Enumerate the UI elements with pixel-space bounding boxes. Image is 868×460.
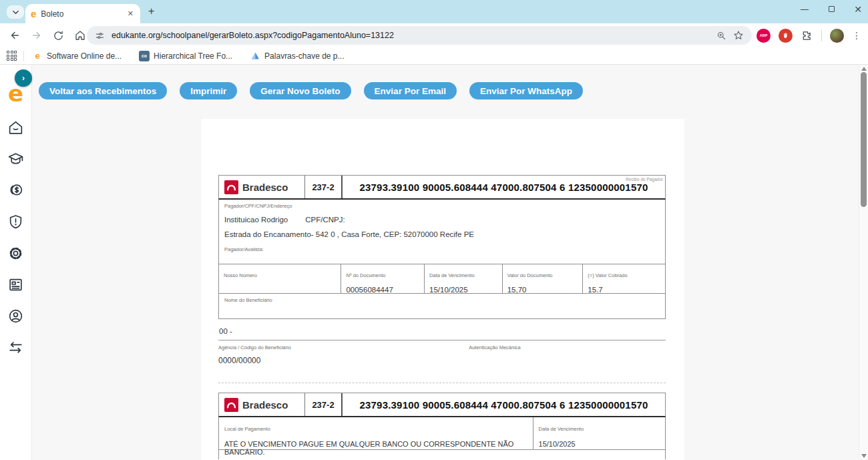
- edukante-favicon-icon: e: [31, 9, 36, 19]
- cut-line: [218, 383, 666, 383]
- auth-cell: Autenticação Mecânica: [469, 344, 521, 365]
- beneficiary-box: Nome do Beneficiário: [218, 294, 666, 319]
- divider-line: [218, 340, 666, 340]
- window-controls: — ✕: [800, 4, 863, 15]
- sidebar-settings-gear-icon[interactable]: [7, 244, 25, 262]
- scrollbar-down-arrow[interactable]: [861, 454, 867, 458]
- bookmark-star-icon[interactable]: [733, 30, 744, 41]
- browser-menu-icon[interactable]: ⋮: [852, 30, 861, 41]
- bookmarks-separator: [23, 51, 24, 61]
- browser-tab-bar: e Boleto ✕ + — ✕: [0, 0, 868, 23]
- vencimento-cell: Data de Vencimento 15/10/2025: [533, 417, 665, 449]
- active-tab[interactable]: e Boleto ✕: [25, 4, 140, 23]
- bookmark-hierarchical-tree[interactable]: co Hierarchical Tree Fo...: [139, 51, 232, 61]
- due-value: 15/10/2025: [539, 440, 660, 448]
- bank-name: Bradesco: [242, 182, 288, 193]
- bookmark-label: Software Online de...: [47, 51, 122, 61]
- home-icon[interactable]: [73, 28, 87, 43]
- tab-title: Boleto: [41, 9, 121, 19]
- scrollbar-up-arrow[interactable]: [861, 67, 867, 71]
- beneficiary-value: 00 -: [219, 327, 666, 335]
- apps-grid-icon[interactable]: [7, 51, 17, 61]
- browser-toolbar: edukante.org/schoolpanel/gerarBoleto.asp…: [0, 23, 868, 47]
- sidebar-transfer-icon[interactable]: [7, 338, 25, 356]
- toolbar-separator: [821, 29, 822, 41]
- blocker-hand-icon[interactable]: [779, 29, 793, 43]
- payer-name: Instituicao Rodrigo: [224, 216, 303, 224]
- beneficiary-label: Nome do Beneficiário: [224, 297, 660, 303]
- field-nosso-numero: Nosso Número: [219, 264, 341, 293]
- digitable-line: 23793.39100 90005.608444 47000.807504 6 …: [343, 393, 665, 416]
- agency-value: 0000/00000: [218, 356, 469, 365]
- back-icon[interactable]: [7, 28, 22, 43]
- agency-cell: Agência / Código do Beneficiário 0000/00…: [218, 344, 469, 365]
- agency-row: Agência / Código do Beneficiário 0000/00…: [218, 344, 666, 365]
- avalista-label: Pagador/Avalista:: [224, 246, 660, 252]
- enviar-email-button[interactable]: Enviar Por Email: [364, 82, 457, 99]
- boleto-header: Recibo do Pagador Bradesco 237-2 23793.3…: [218, 175, 666, 200]
- sidebar-finance-icon[interactable]: [7, 182, 25, 199]
- profile-avatar[interactable]: [830, 29, 844, 43]
- due-label: Data de Vencimento: [539, 426, 584, 432]
- reload-icon[interactable]: [51, 28, 65, 43]
- site-info-icon[interactable]: [95, 31, 105, 41]
- receipt-label: Recibo do Pagador: [626, 177, 663, 182]
- analytics-bookmark-icon: [250, 51, 260, 61]
- bookmark-label: Palavras-chave de p...: [264, 51, 344, 61]
- field-numero-documento: Nº do Documento 00056084447: [341, 264, 424, 293]
- adblock-plus-icon[interactable]: ABP: [756, 29, 771, 43]
- field-valor-documento: Valor do Documento 15,70: [502, 264, 583, 293]
- payer-box: Pagador/CPF/CNPJ/Endereço Instituicao Ro…: [218, 200, 666, 264]
- sidebar-home-icon[interactable]: [7, 119, 25, 136]
- cpf-label: CPF/CNPJ:: [305, 216, 345, 224]
- bank-code: 237-2: [304, 176, 343, 198]
- sidebar-user-icon[interactable]: [7, 307, 25, 324]
- bank-logo-cell: Bradesco: [219, 176, 304, 198]
- bookmarks-bar: e Software Online de... co Hierarchical …: [0, 47, 868, 65]
- close-button[interactable]: ✕: [853, 4, 863, 15]
- bookmark-palavras-chave[interactable]: Palavras-chave de p...: [250, 51, 344, 61]
- forward-icon[interactable]: [29, 28, 44, 43]
- extensions-puzzle-icon[interactable]: [799, 28, 814, 43]
- bank-logo-cell: Bradesco: [219, 393, 304, 416]
- tab-close-icon[interactable]: ✕: [126, 8, 135, 19]
- field-data-vencimento: Data de Vencimento 15/10/2025: [424, 264, 502, 293]
- bookmark-label: Hierarchical Tree Fo...: [154, 51, 232, 61]
- url-text[interactable]: edukante.org/schoolpanel/gerarBoleto.asp…: [112, 31, 710, 40]
- sidebar-expand-toggle[interactable]: ›: [15, 69, 32, 87]
- page-scrollbar[interactable]: [859, 65, 868, 460]
- payer-label: Pagador/CPF/CNPJ/Endereço: [224, 203, 660, 209]
- tab-search-button[interactable]: [7, 5, 24, 19]
- bank-name: Bradesco: [242, 399, 288, 411]
- imprimir-button[interactable]: Imprimir: [180, 82, 237, 99]
- bookmark-software-online[interactable]: e Software Online de...: [32, 51, 122, 61]
- edukante-bookmark-icon: e: [32, 51, 43, 61]
- new-tab-button[interactable]: +: [148, 5, 154, 17]
- minimize-button[interactable]: —: [800, 5, 809, 14]
- payer-name-line: Instituicao Rodrigo CPF/CNPJ:: [224, 216, 660, 224]
- boleto-document: Recibo do Pagador Bradesco 237-2 23793.3…: [202, 119, 684, 460]
- sidebar-security-icon[interactable]: [7, 213, 25, 230]
- payer-address: Estrada do Encanamento- 542 0 , Casa For…: [224, 230, 660, 238]
- scrollbar-thumb[interactable]: [861, 72, 867, 207]
- boleto-fields-row: Nosso Número Nº do Documento 00056084447…: [218, 264, 666, 294]
- digitable-line: 23793.39100 90005.608444 47000.807504 6 …: [343, 176, 665, 198]
- zoom-icon[interactable]: [716, 31, 726, 41]
- sidebar-graduation-icon[interactable]: [7, 150, 25, 168]
- gerar-novo-boleto-button[interactable]: Gerar Novo Boleto: [250, 82, 351, 99]
- local-pagamento-row: Local de Pagamento ATÉ O VENCIMENTO PAGU…: [218, 417, 666, 450]
- address-bar[interactable]: edukante.org/schoolpanel/gerarBoleto.asp…: [87, 26, 752, 45]
- bradesco-logo-icon: [224, 398, 238, 412]
- action-button-row: Voltar aos Recebimentos Imprimir Gerar N…: [39, 82, 583, 99]
- maximize-button[interactable]: [827, 5, 836, 14]
- boleto-header-2: Bradesco 237-2 23793.39100 90005.608444 …: [218, 393, 666, 417]
- local-pagamento-cell: Local de Pagamento ATÉ O VENCIMENTO PAGU…: [219, 417, 533, 449]
- local-value: ATÉ O VENCIMENTO PAGUE EM QUALQUER BANCO…: [224, 440, 527, 456]
- app-sidebar: e: [0, 65, 32, 460]
- bradesco-logo-icon: [224, 180, 238, 194]
- voltar-recebimentos-button[interactable]: Voltar aos Recebimentos: [39, 82, 167, 99]
- field-valor-cobrado: (=) Valor Cobrado 15.7: [582, 264, 665, 293]
- sidebar-reports-icon[interactable]: [7, 276, 25, 293]
- enviar-whatsapp-button[interactable]: Enviar Por WhatsApp: [469, 82, 583, 99]
- auth-label: Autenticação Mecânica: [469, 344, 521, 351]
